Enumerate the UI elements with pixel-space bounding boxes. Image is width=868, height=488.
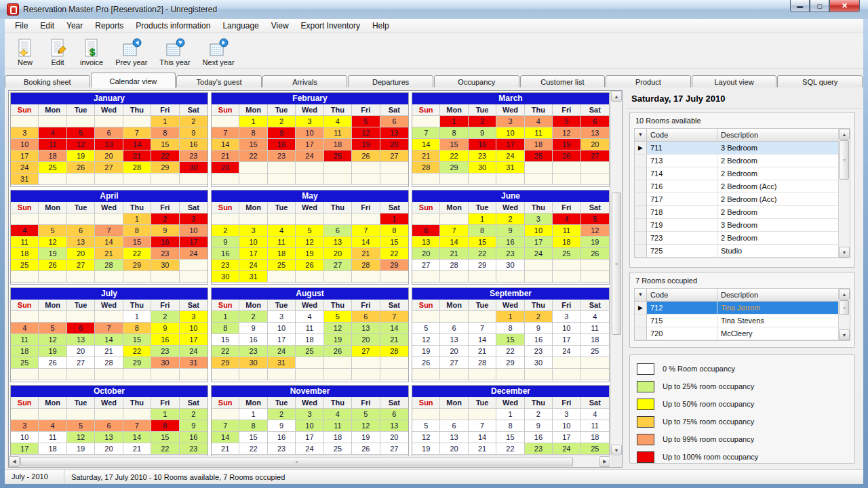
day-cell[interactable]: 20 bbox=[95, 150, 123, 162]
day-cell[interactable]: 15 bbox=[239, 139, 267, 150]
day-cell[interactable]: 24 bbox=[239, 260, 267, 271]
day-cell[interactable]: 28 bbox=[412, 162, 440, 174]
day-cell[interactable]: 20 bbox=[67, 248, 95, 260]
day-cell[interactable]: 29 bbox=[496, 357, 524, 369]
tab-booking-sheet[interactable]: Booking sheet bbox=[5, 75, 90, 88]
day-cell[interactable]: 21 bbox=[469, 443, 496, 455]
day-cell[interactable]: 5 bbox=[39, 225, 66, 237]
day-cell[interactable]: 4 bbox=[268, 225, 296, 237]
day-cell[interactable]: 17 bbox=[553, 334, 580, 346]
day-cell[interactable]: 23 bbox=[151, 346, 179, 357]
day-cell[interactable]: 12 bbox=[553, 127, 580, 139]
day-cell[interactable]: 6 bbox=[440, 323, 468, 334]
day-cell[interactable]: 3 bbox=[268, 311, 296, 323]
day-cell[interactable]: 7 bbox=[440, 225, 468, 237]
day-cell[interactable]: 4 bbox=[324, 116, 352, 127]
day-cell[interactable]: 20 bbox=[380, 432, 408, 443]
day-cell[interactable]: 3 bbox=[239, 225, 267, 237]
menu-item-language[interactable]: Language bbox=[216, 19, 264, 33]
day-cell[interactable]: 2 bbox=[268, 409, 296, 420]
room-code-cell[interactable]: 712 bbox=[647, 302, 717, 314]
day-cell[interactable]: 1 bbox=[496, 409, 524, 420]
day-cell[interactable]: 20 bbox=[380, 139, 408, 150]
day-cell[interactable]: 7 bbox=[212, 127, 239, 139]
room-code-cell[interactable]: 714 bbox=[647, 167, 717, 180]
day-cell[interactable]: 17 bbox=[296, 139, 323, 150]
day-cell[interactable]: 21 bbox=[380, 334, 408, 346]
day-cell[interactable]: 5 bbox=[67, 127, 95, 139]
day-cell[interactable]: 13 bbox=[352, 323, 380, 334]
day-cell[interactable]: 1 bbox=[469, 214, 496, 225]
day-cell[interactable]: 8 bbox=[212, 323, 239, 334]
day-cell[interactable]: 21 bbox=[440, 248, 468, 260]
edit-button[interactable]: Edit bbox=[43, 33, 73, 68]
day-cell[interactable]: 12 bbox=[296, 237, 323, 248]
day-cell[interactable]: 24 bbox=[268, 346, 296, 357]
day-cell[interactable]: 2 bbox=[525, 409, 553, 420]
day-cell[interactable]: 17 bbox=[11, 443, 39, 455]
day-cell[interactable]: 18 bbox=[11, 346, 39, 357]
day-cell[interactable]: 22 bbox=[123, 346, 151, 357]
day-cell[interactable]: 16 bbox=[268, 432, 296, 443]
day-cell[interactable]: 22 bbox=[380, 248, 408, 260]
day-cell[interactable]: 23 bbox=[239, 346, 267, 357]
day-cell[interactable]: 7 bbox=[212, 420, 239, 432]
tab-today-s-guest[interactable]: Today's guest bbox=[176, 75, 262, 88]
day-cell[interactable]: 13 bbox=[324, 237, 352, 248]
day-cell[interactable]: 21 bbox=[412, 150, 440, 162]
horizontal-scroll-thumb[interactable]: ≡ bbox=[20, 457, 573, 466]
room-description-cell[interactable]: Tina Stevens bbox=[717, 314, 839, 327]
day-cell[interactable]: 2 bbox=[151, 311, 179, 323]
rooms-available-scrollbar[interactable]: ▲ ≡ ▼ bbox=[838, 129, 850, 258]
day-cell[interactable]: 29 bbox=[212, 357, 239, 369]
day-cell[interactable]: 27 bbox=[95, 162, 123, 174]
day-cell[interactable]: 18 bbox=[553, 237, 580, 248]
day-cell[interactable]: 18 bbox=[11, 248, 39, 260]
day-cell[interactable]: 10 bbox=[553, 323, 580, 334]
day-cell[interactable]: 9 bbox=[525, 323, 553, 334]
day-cell[interactable]: 30 bbox=[151, 260, 179, 271]
day-cell[interactable]: 11 bbox=[11, 334, 39, 346]
day-cell[interactable]: 10 bbox=[268, 323, 296, 334]
day-cell[interactable]: 1 bbox=[151, 116, 179, 127]
day-cell[interactable]: 16 bbox=[151, 237, 179, 248]
day-cell[interactable]: 25 bbox=[39, 162, 66, 174]
day-cell[interactable]: 7 bbox=[95, 225, 123, 237]
row-gutter[interactable] bbox=[635, 180, 647, 193]
day-cell[interactable]: 2 bbox=[239, 311, 267, 323]
day-cell[interactable]: 10 bbox=[296, 420, 323, 432]
menu-item-file[interactable]: File bbox=[9, 19, 34, 33]
day-cell[interactable]: 9 bbox=[151, 225, 179, 237]
day-cell[interactable]: 18 bbox=[525, 139, 553, 150]
day-cell[interactable]: 28 bbox=[212, 162, 239, 174]
day-cell[interactable]: 27 bbox=[380, 150, 408, 162]
room-code-cell[interactable]: 716 bbox=[647, 180, 717, 193]
day-cell[interactable]: 14 bbox=[95, 237, 123, 248]
day-cell[interactable]: 24 bbox=[296, 150, 323, 162]
day-cell[interactable]: 25 bbox=[296, 346, 323, 357]
day-cell[interactable]: 18 bbox=[324, 432, 352, 443]
day-cell[interactable]: 15 bbox=[123, 334, 151, 346]
day-cell[interactable]: 14 bbox=[440, 237, 468, 248]
row-gutter[interactable] bbox=[635, 219, 647, 232]
room-description-cell[interactable]: Tina Jerrom bbox=[717, 302, 839, 314]
day-cell[interactable]: 12 bbox=[352, 420, 380, 432]
day-cell[interactable]: 27 bbox=[440, 357, 468, 369]
day-cell[interactable]: 30 bbox=[469, 162, 496, 174]
day-cell[interactable]: 16 bbox=[212, 248, 239, 260]
scroll-up-arrow-icon[interactable]: ▲ bbox=[839, 129, 850, 140]
day-cell[interactable]: 26 bbox=[324, 346, 352, 357]
day-cell[interactable]: 28 bbox=[469, 357, 496, 369]
day-cell[interactable]: 3 bbox=[180, 214, 208, 225]
day-cell[interactable]: 13 bbox=[95, 432, 123, 443]
room-code-cell[interactable]: 723 bbox=[647, 232, 717, 245]
row-gutter[interactable] bbox=[635, 245, 647, 258]
day-cell[interactable]: 27 bbox=[67, 260, 95, 271]
vertical-scroll-thumb[interactable]: ≡ bbox=[840, 300, 849, 315]
menu-item-help[interactable]: Help bbox=[366, 19, 395, 33]
day-cell[interactable]: 18 bbox=[296, 334, 323, 346]
tab-layout-view[interactable]: Layout view bbox=[692, 75, 777, 88]
day-cell[interactable]: 4 bbox=[39, 420, 66, 432]
day-cell[interactable]: 8 bbox=[239, 420, 267, 432]
menu-item-view[interactable]: View bbox=[265, 19, 295, 33]
